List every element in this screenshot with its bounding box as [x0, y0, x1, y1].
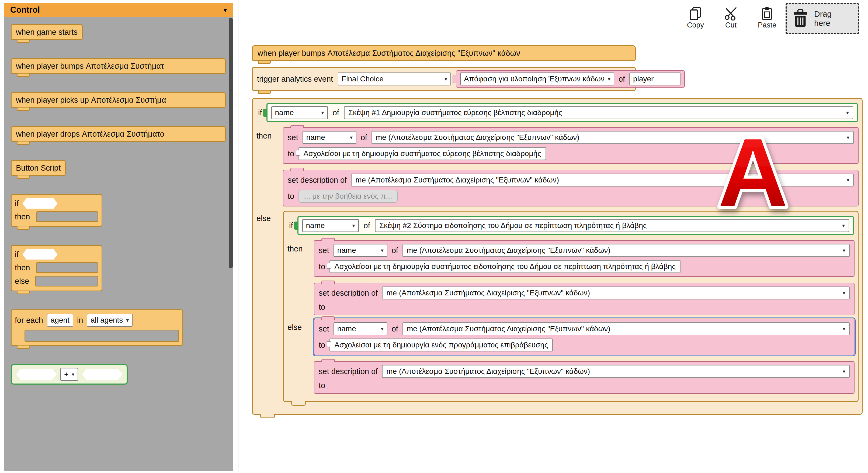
condition-value: Σκέψη #1 Δημιουργία συστήματος εύρεσης β…: [348, 108, 562, 117]
statement-slot: [36, 262, 98, 273]
trash-icon: [792, 9, 809, 28]
target-agent-dropdown[interactable]: me (Αποτέλεσμα Συστήματος Διαχείρισης "Ε…: [351, 174, 854, 186]
when-player-bumps-block[interactable]: when player bumps Αποτέλεσμα Συστήματος …: [252, 45, 636, 61]
workspace-canvas[interactable]: Copy Cut Paste: [238, 0, 868, 473]
palette-block-for-each[interactable]: for each agent in all agents ▾: [11, 309, 183, 346]
block-connector-tab: [17, 142, 30, 145]
block-connector-tab: [258, 61, 271, 64]
chevron-down-icon: ▾: [846, 110, 849, 116]
analytics-event-dropdown[interactable]: Final Choice ▾: [338, 72, 451, 85]
cut-label: Cut: [725, 21, 737, 29]
set-name-block[interactable]: set name ▾ of me (Αποτέλεσμα Συστήματος …: [314, 240, 855, 277]
paste-button[interactable]: Paste: [758, 6, 776, 29]
palette-block-button-script[interactable]: Button Script: [11, 160, 66, 176]
set-description-block[interactable]: set description of me (Αποτέλεσμα Συστήμ…: [314, 361, 855, 394]
trigger-analytics-event-block[interactable]: trigger analytics event Final Choice ▾ Α…: [252, 67, 636, 91]
condition-value: Σκέψη #2 Σύστημα ειδοποίησης του Δήμου σ…: [379, 221, 647, 230]
agent-variable-field[interactable]: agent: [47, 314, 73, 327]
set-description-label: set description of: [319, 289, 378, 298]
of-label: of: [333, 108, 339, 117]
set-attribute-dropdown[interactable]: name ▾: [334, 322, 388, 335]
target-agent-dropdown[interactable]: me (Αποτέλεσμα Συστήματος Διαχείρισης "Ε…: [402, 322, 850, 335]
to-value-field[interactable]: Ασχολείσαι με τη δημιουργία συστήματος ε…: [330, 260, 681, 273]
target-agent-value: me (Αποτέλεσμα Συστήματος Διαχείρισης "Ε…: [386, 367, 590, 376]
if-block-inner[interactable]: if name ▾ of Σκέψη #2 Σύστημα ειδοποίηση…: [283, 211, 859, 402]
block-connector-tab: [17, 175, 30, 179]
set-name-block[interactable]: set name ▾ of me (Αποτέλεσμα Συστήματος …: [283, 127, 859, 164]
to-label: to: [319, 262, 325, 271]
then-label: then: [15, 212, 30, 221]
palette-block-if-then[interactable]: if then: [11, 194, 102, 227]
else-label: else: [15, 277, 29, 286]
target-agent-value: me (Αποτέλεσμα Συστήματος Διαχείρισης "Ε…: [386, 289, 590, 297]
to-label: to: [319, 341, 325, 350]
attribute-dropdown[interactable]: Απόφαση για υλοποίηση Έξυπνων κάδων ▾: [460, 72, 614, 85]
trash-dropzone[interactable]: Drag here: [785, 3, 859, 34]
attribute-getter-block[interactable]: Απόφαση για υλοποίηση Έξυπνων κάδων ▾ of…: [456, 70, 685, 88]
set-label: set: [319, 246, 329, 255]
palette-block-when-player-bumps[interactable]: when player bumps Αποτέλεσμα Συστήματ: [11, 58, 226, 74]
palette-block-when-player-drops[interactable]: when player drops Αποτέλεσμα Συστήματο: [11, 126, 226, 142]
palette-block-if-then-else[interactable]: if then else: [11, 245, 102, 291]
chevron-down-icon: ▾: [381, 326, 383, 332]
condition-attribute-dropdown[interactable]: name ▾: [271, 106, 328, 119]
analytics-event-value: Final Choice: [342, 75, 383, 83]
for-each-label: for each: [15, 316, 43, 325]
set-attribute-dropdown[interactable]: name ▾: [334, 244, 388, 257]
palette-body: when game starts when player bumps Αποτέ…: [4, 17, 233, 471]
target-agent-dropdown[interactable]: me (Αποτέλεσμα Συστήματος Διαχείρισης "Ε…: [372, 131, 854, 144]
copy-button[interactable]: Copy: [687, 6, 704, 29]
block-connector-tab: [17, 346, 30, 349]
agent-field[interactable]: player: [629, 72, 681, 85]
block-palette: Control ▾ when game starts when player b…: [4, 3, 233, 471]
chevron-down-icon: ▾: [224, 6, 227, 14]
target-agent-dropdown[interactable]: me (Αποτέλεσμα Συστήματος Διαχείρισης "Ε…: [382, 287, 850, 299]
set-description-block[interactable]: set description of me (Αποτέλεσμα Συστήμ…: [314, 283, 855, 315]
palette-category-header[interactable]: Control ▾: [4, 3, 233, 17]
condition-value-dropdown[interactable]: Σκέψη #1 Δημιουργία συστήματος εύρεσης β…: [344, 106, 853, 119]
set-description-block[interactable]: set description of me (Αποτέλεσμα Συστήμ…: [283, 170, 859, 206]
if-label: if: [289, 221, 293, 230]
attribute-value: Απόφαση για υλοποίηση Έξυπνων κάδων: [464, 75, 604, 83]
statement-slot: [36, 211, 98, 222]
condition-attribute-dropdown[interactable]: name ▾: [302, 219, 359, 232]
if-label: if: [15, 199, 19, 208]
all-agents-dropdown[interactable]: all agents ▾: [87, 314, 132, 327]
block-connector-tab: [17, 108, 30, 111]
of-label: of: [361, 133, 367, 142]
chevron-down-icon: ▾: [321, 110, 324, 116]
target-agent-dropdown[interactable]: me (Αποτέλεσμα Συστήματος Διαχείρισης "Ε…: [402, 244, 850, 257]
operator-dropdown[interactable]: + ▾: [60, 368, 78, 381]
chevron-down-icon: ▾: [843, 326, 845, 332]
trigger-label: trigger analytics event: [257, 75, 333, 84]
to-value-field[interactable]: Ασχολείσαι με τη δημιουργία ενός προγράμ…: [330, 338, 553, 351]
condition-block[interactable]: name ▾ of Σκέψη #2 Σύστημα ειδοποίησης τ…: [298, 216, 854, 235]
target-agent-value: me (Αποτέλεσμα Συστήματος Διαχείρισης "Ε…: [355, 176, 559, 184]
palette-category-title: Control: [10, 5, 40, 15]
scissors-icon: [724, 6, 738, 21]
chevron-down-icon: ▾: [608, 76, 611, 82]
then-label: then: [287, 240, 311, 315]
palette-block-when-game-starts[interactable]: when game starts: [11, 24, 83, 40]
chevron-down-icon: ▾: [847, 134, 849, 141]
condition-block[interactable]: name ▾ of Σκέψη #1 Δημιουργία συστήματος…: [267, 103, 858, 122]
condition-attribute-value: name: [306, 221, 325, 230]
set-name-block-selected[interactable]: set name ▾ of me (Αποτέλεσμα Συστήματος …: [314, 319, 855, 355]
set-label: set: [288, 133, 298, 142]
palette-block-math-operator[interactable]: + ▾: [11, 364, 128, 385]
palette-scrollbar[interactable]: [229, 18, 233, 268]
target-agent-dropdown[interactable]: me (Αποτέλεσμα Συστήματος Διαχείρισης "Ε…: [382, 365, 850, 378]
set-attribute-value: name: [337, 325, 356, 333]
condition-value-dropdown[interactable]: Σκέψη #2 Σύστημα ειδοποίησης του Δήμου σ…: [375, 219, 849, 232]
set-attribute-dropdown[interactable]: name ▾: [303, 131, 356, 144]
if-block-outer[interactable]: if name ▾ of Σκέψη #1 Δημιουργία συστήμα…: [252, 98, 863, 415]
collapsed-text-value[interactable]: ... με την βοήθεια ενός π...: [299, 190, 397, 203]
chevron-down-icon: ▾: [843, 290, 845, 296]
target-agent-value: me (Αποτέλεσμα Συστήματος Διαχείρισης "Ε…: [407, 246, 611, 255]
if-label: if: [258, 108, 262, 117]
set-attribute-value: name: [306, 133, 325, 142]
cut-button[interactable]: Cut: [724, 6, 738, 29]
chevron-down-icon: ▾: [444, 76, 447, 82]
to-value-field[interactable]: Ασχολείσαι με τη δημιουργία συστήματος ε…: [299, 147, 546, 160]
palette-block-when-player-picks-up[interactable]: when player picks up Αποτέλεσμα Συστήμα: [11, 92, 226, 108]
